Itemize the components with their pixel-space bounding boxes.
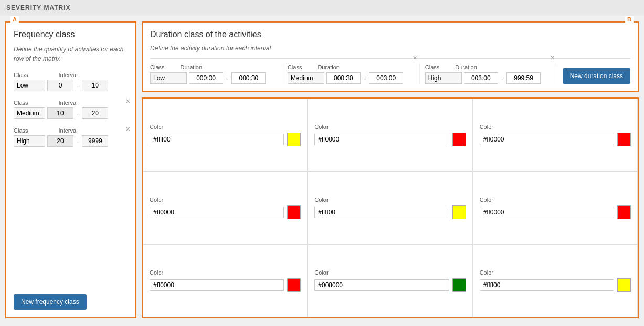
dash-high: -	[76, 137, 80, 145]
color-swatch-r1-c2[interactable]	[617, 205, 631, 219]
color-grid: ColorColorColorColorColorColorColorColor…	[143, 99, 638, 317]
color-cell-label-r0-c1: Color	[314, 269, 466, 276]
interval-to-input-low[interactable]	[82, 80, 108, 91]
duration-class-section: B Duration class of the activities Defin…	[142, 21, 639, 92]
duration-class-low: Class Duration -	[150, 64, 282, 84]
color-cell-r1-c1: Color	[308, 171, 472, 244]
color-input-r2-c2[interactable]	[480, 134, 614, 145]
color-cell-label-r2-c0: Color	[150, 124, 301, 130]
color-swatch-r1-c1[interactable]	[452, 205, 466, 219]
color-cell-label-r1-c0: Color	[150, 197, 301, 203]
color-cell-label-r1-c1: Color	[314, 197, 466, 203]
dur-duration-label-high: Duration	[455, 64, 477, 70]
class-name-input-medium[interactable]	[14, 107, 45, 119]
duration-class-subtitle: Define the activity duration for each in…	[150, 45, 630, 52]
new-frequency-class-button[interactable]: New frequency class	[14, 294, 87, 310]
frequency-class-section: A Frequency class Define the quantity of…	[5, 21, 136, 318]
dur-to-high[interactable]	[506, 72, 541, 84]
class-label-high: Class	[14, 127, 28, 134]
dur-class-label-low: Class	[150, 64, 165, 70]
class-name-input-low[interactable]	[14, 80, 45, 91]
section-b-label: B	[625, 16, 634, 23]
color-cell-r2-c2: Color	[473, 99, 638, 171]
frequency-class-subtitle: Define the quantity of activities for ea…	[14, 45, 128, 63]
interval-from-input-high[interactable]	[47, 135, 73, 147]
new-duration-class-button[interactable]: New duration class	[563, 68, 630, 84]
class-name-input-high[interactable]	[14, 135, 45, 147]
frequency-class-title: Frequency class	[14, 30, 128, 39]
color-input-r2-c0[interactable]	[150, 134, 284, 145]
color-swatch-r2-c0[interactable]	[287, 133, 301, 146]
remove-high-button[interactable]: ×	[126, 125, 130, 133]
dur-duration-label-low: Duration	[181, 64, 203, 70]
interval-label-medium: Interval	[59, 100, 78, 106]
interval-to-input-medium[interactable]	[82, 107, 108, 119]
color-input-r1-c1[interactable]	[314, 207, 449, 218]
dur-dash-medium: -	[363, 74, 367, 82]
remove-medium-button[interactable]: ×	[126, 97, 130, 105]
dash-low: -	[76, 82, 80, 90]
frequency-class-row-medium: × Class Interval -	[14, 100, 128, 119]
duration-class-medium: × Class Duration -	[282, 64, 420, 84]
color-input-r0-c1[interactable]	[314, 279, 449, 291]
right-panel: B Duration class of the activities Defin…	[142, 21, 639, 318]
dur-dash-low: -	[225, 74, 229, 82]
color-cell-r0-c1: Color	[308, 244, 472, 317]
dur-class-label-high: Class	[425, 64, 440, 70]
color-input-r2-c1[interactable]	[314, 134, 449, 145]
color-swatch-r0-c0[interactable]	[287, 278, 301, 292]
dur-class-name-medium[interactable]	[288, 72, 324, 84]
color-cell-label-r0-c0: Color	[150, 269, 301, 276]
color-input-r0-c2[interactable]	[480, 279, 614, 291]
title-text: SEVERITY MATRIX	[0, 0, 644, 16]
color-input-r0-c0[interactable]	[150, 279, 284, 291]
dur-from-medium[interactable]	[326, 72, 361, 84]
color-swatch-r0-c2[interactable]	[617, 278, 631, 292]
color-cell-r2-c1: Color	[308, 99, 472, 171]
interval-from-input-medium[interactable]	[47, 107, 73, 119]
interval-label-high: Interval	[59, 127, 78, 134]
title-bar: SEVERITY MATRIX	[0, 0, 644, 16]
color-swatch-r2-c1[interactable]	[452, 133, 466, 146]
frequency-class-row-low: Class Interval -	[14, 72, 128, 91]
dur-dash-high: -	[500, 74, 504, 82]
color-swatch-r2-c2[interactable]	[617, 133, 631, 146]
remove-duration-high-button[interactable]: ×	[550, 53, 554, 62]
color-swatch-r1-c0[interactable]	[287, 205, 301, 219]
frequency-class-row-high: × Class Interval -	[14, 127, 128, 147]
color-cell-label-r0-c2: Color	[480, 269, 631, 276]
color-swatch-r0-c1[interactable]	[452, 278, 466, 292]
color-cell-r1-c2: Color	[473, 171, 638, 244]
dur-from-high[interactable]	[464, 72, 498, 84]
color-input-r1-c2[interactable]	[480, 207, 614, 218]
remove-duration-medium-button[interactable]: ×	[413, 53, 417, 62]
color-cell-r0-c0: Color	[143, 244, 308, 317]
dur-to-low[interactable]	[231, 72, 266, 84]
color-input-r1-c0[interactable]	[150, 207, 284, 218]
color-cell-label-r2-c2: Color	[480, 124, 631, 130]
color-cell-r2-c0: Color	[143, 99, 308, 171]
dur-class-label-medium: Class	[288, 64, 302, 70]
new-duration-button-cell: New duration class	[557, 68, 630, 84]
dur-class-name-high[interactable]	[425, 72, 462, 84]
section-a-label: A	[10, 16, 19, 23]
color-cell-r1-c0: Color	[143, 171, 308, 244]
duration-class-high: × Class Duration -	[420, 64, 557, 84]
dur-class-name-low[interactable]	[150, 72, 187, 84]
class-label-low: Class	[14, 72, 28, 78]
dur-from-low[interactable]	[189, 72, 223, 84]
duration-class-title: Duration class of the activities	[150, 30, 630, 39]
color-cell-label-r2-c1: Color	[314, 124, 466, 130]
dur-to-medium[interactable]	[369, 72, 403, 84]
color-cell-label-r1-c2: Color	[480, 197, 631, 203]
color-cell-r0-c2: Color	[473, 244, 638, 317]
interval-to-input-high[interactable]	[82, 135, 108, 147]
class-label-medium: Class	[14, 100, 28, 106]
interval-label-low: Interval	[59, 72, 78, 78]
dash-medium: -	[76, 110, 80, 117]
dur-duration-label-medium: Duration	[318, 64, 340, 70]
interval-from-input-low[interactable]	[47, 80, 73, 91]
color-matrix-section: ColorColorColorColorColorColorColorColor…	[142, 97, 639, 318]
